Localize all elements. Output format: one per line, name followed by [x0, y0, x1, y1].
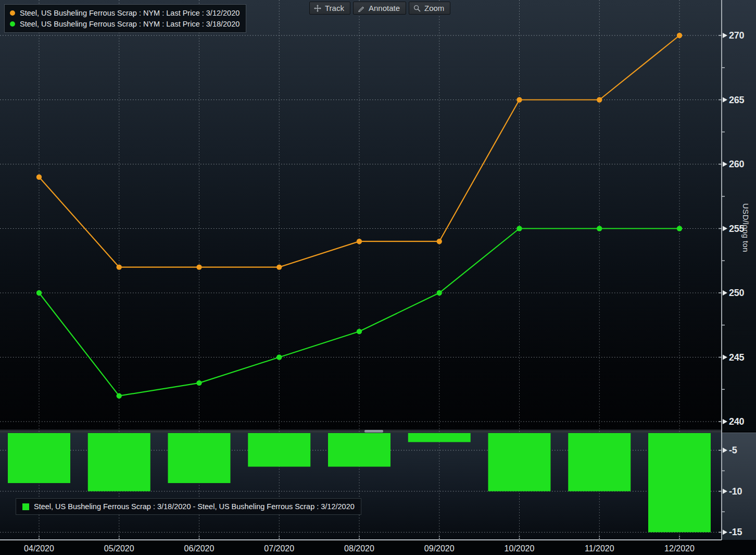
pencil-icon [358, 5, 365, 12]
x-axis-label: 05/2020 [104, 544, 134, 553]
data-point[interactable] [276, 354, 282, 360]
data-point[interactable] [437, 290, 442, 295]
x-axis-label: 09/2020 [424, 544, 455, 553]
diff-bar[interactable] [568, 433, 631, 491]
data-point[interactable] [117, 393, 122, 398]
green-series-marker-icon [10, 21, 15, 27]
diff-bar[interactable] [168, 433, 231, 483]
data-point[interactable] [597, 97, 602, 102]
zoom-button-label: Zoom [424, 4, 444, 13]
data-point[interactable] [597, 226, 602, 231]
tick-arrow-icon [723, 97, 727, 103]
legend-diff[interactable]: Steel, US Busheling Ferrous Scrap : 3/18… [16, 498, 361, 515]
data-point[interactable] [677, 226, 682, 231]
data-point[interactable] [196, 380, 201, 386]
legend-main: Steel, US Busheling Ferrous Scrap : NYM … [4, 4, 246, 33]
y-axis-label: 245 [729, 352, 744, 363]
legend-item-label: Steel, US Busheling Ferrous Scrap : NYM … [20, 9, 240, 17]
tick-arrow-icon [723, 226, 727, 231]
diff-bar[interactable] [488, 433, 551, 491]
track-button-label: Track [325, 4, 344, 13]
y-axis-label: 260 [729, 159, 744, 169]
x-axis-label: 11/2020 [585, 544, 614, 553]
tick-arrow-icon [723, 448, 727, 453]
tick-arrow-icon [723, 419, 727, 424]
orange-series-marker-icon [10, 10, 15, 16]
diff-bar[interactable] [88, 433, 150, 491]
annotate-button-label: Annotate [369, 4, 400, 13]
diff-bar[interactable] [248, 433, 310, 467]
y-axis-label: -15 [729, 527, 742, 537]
y-axis-label: 250 [729, 288, 744, 298]
y-axis-label: -5 [729, 445, 737, 455]
tick-arrow-icon [723, 162, 727, 167]
data-point[interactable] [677, 33, 682, 38]
data-point[interactable] [36, 175, 42, 180]
tick-arrow-icon [723, 355, 727, 360]
diff-bar[interactable] [648, 433, 711, 532]
x-axis-label: 07/2020 [264, 544, 294, 553]
data-point[interactable] [516, 226, 522, 231]
series-line-orange [39, 35, 679, 267]
chart-canvas[interactable]: 270265260255250245240-5-10-1504/202005/2… [0, 0, 756, 555]
track-button[interactable]: Track [309, 2, 350, 15]
y-axis-label: 270 [729, 30, 744, 41]
x-axis-label: 08/2020 [344, 544, 374, 553]
data-point[interactable] [196, 264, 201, 269]
chart-toolbar: Track Annotate Zoom [309, 2, 450, 15]
x-axis-label: 06/2020 [184, 544, 215, 553]
tick-arrow-icon [723, 290, 727, 295]
legend-item-series-1[interactable]: Steel, US Busheling Ferrous Scrap : NYM … [10, 7, 240, 18]
tick-arrow-icon [723, 33, 727, 38]
green-bar-marker-icon [22, 503, 29, 510]
diff-bar[interactable] [328, 433, 390, 467]
y-axis-label: 265 [729, 95, 744, 105]
tick-arrow-icon [723, 529, 727, 535]
x-axis-label: 12/2020 [664, 544, 695, 553]
chart-window: 270265260255250245240-5-10-1504/202005/2… [0, 0, 756, 555]
diff-bar[interactable] [8, 433, 70, 483]
data-point[interactable] [276, 264, 282, 269]
legend-item-series-2[interactable]: Steel, US Busheling Ferrous Scrap : NYM … [10, 18, 240, 29]
data-point[interactable] [516, 97, 522, 102]
data-point[interactable] [117, 264, 122, 269]
data-point[interactable] [357, 329, 362, 334]
y-axis-label: 240 [729, 416, 744, 427]
y-axis-title: USD/long ton [741, 183, 750, 272]
annotate-button[interactable]: Annotate [353, 2, 406, 15]
data-point[interactable] [437, 239, 442, 244]
x-axis-label: 04/2020 [24, 544, 54, 553]
move-icon [314, 5, 321, 12]
diff-bar[interactable] [408, 433, 471, 442]
zoom-button[interactable]: Zoom [409, 2, 450, 15]
data-point[interactable] [357, 239, 362, 244]
magnifier-icon [413, 5, 421, 12]
y-axis-label: -10 [729, 486, 742, 497]
tick-arrow-icon [723, 489, 727, 494]
x-axis-label: 10/2020 [505, 544, 535, 553]
legend-diff-label: Steel, US Busheling Ferrous Scrap : 3/18… [34, 502, 355, 511]
legend-item-label: Steel, US Busheling Ferrous Scrap : NYM … [20, 20, 240, 28]
data-point[interactable] [36, 290, 42, 295]
